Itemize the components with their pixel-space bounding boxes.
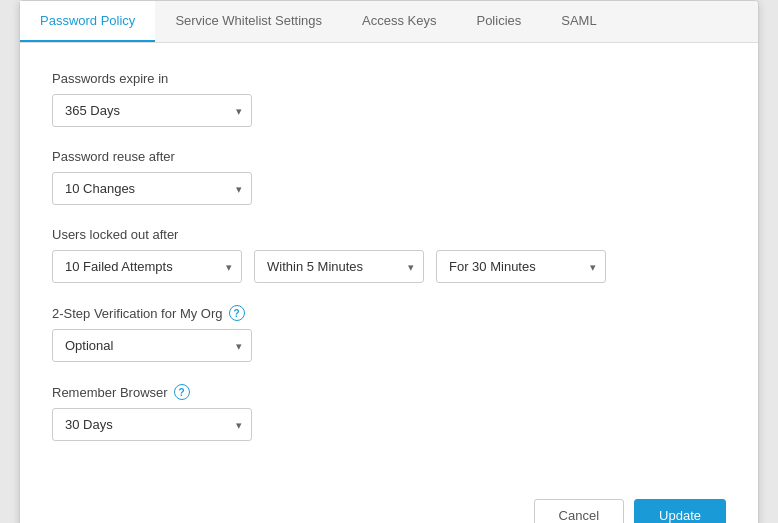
two-step-label: 2-Step Verification for My Org ?: [52, 305, 726, 321]
cancel-button[interactable]: Cancel: [534, 499, 624, 523]
remember-browser-help-icon[interactable]: ?: [174, 384, 190, 400]
two-step-wrapper: Optional Required Disabled ▾: [52, 329, 252, 362]
tab-bar: Password Policy Service Whitelist Settin…: [20, 1, 758, 43]
update-button[interactable]: Update: [634, 499, 726, 523]
remember-browser-label: Remember Browser ?: [52, 384, 726, 400]
password-reuse-select[interactable]: 1 Change 5 Changes 10 Changes 15 Changes…: [52, 172, 252, 205]
passwords-expire-group: Passwords expire in 30 Days 60 Days 90 D…: [52, 71, 726, 127]
lockout-attempts-wrapper: 3 Failed Attempts 5 Failed Attempts 10 F…: [52, 250, 242, 283]
lockout-row: 3 Failed Attempts 5 Failed Attempts 10 F…: [52, 250, 726, 283]
lockout-for-wrapper: For 5 Minutes For 15 Minutes For 30 Minu…: [436, 250, 606, 283]
tab-access-keys[interactable]: Access Keys: [342, 1, 456, 42]
passwords-expire-label: Passwords expire in: [52, 71, 726, 86]
lockout-for-select[interactable]: For 5 Minutes For 15 Minutes For 30 Minu…: [436, 250, 606, 283]
tab-policies[interactable]: Policies: [456, 1, 541, 42]
password-reuse-label: Password reuse after: [52, 149, 726, 164]
remember-browser-select[interactable]: 7 Days 14 Days 30 Days 60 Days 90 Days N…: [52, 408, 252, 441]
password-reuse-wrapper: 1 Change 5 Changes 10 Changes 15 Changes…: [52, 172, 252, 205]
tab-password-policy[interactable]: Password Policy: [20, 1, 155, 42]
remember-browser-group: Remember Browser ? 7 Days 14 Days 30 Day…: [52, 384, 726, 441]
footer: Cancel Update: [20, 483, 758, 523]
passwords-expire-wrapper: 30 Days 60 Days 90 Days 180 Days 365 Day…: [52, 94, 252, 127]
passwords-expire-select[interactable]: 30 Days 60 Days 90 Days 180 Days 365 Day…: [52, 94, 252, 127]
modal: Password Policy Service Whitelist Settin…: [19, 0, 759, 523]
two-step-select[interactable]: Optional Required Disabled: [52, 329, 252, 362]
lockout-attempts-select[interactable]: 3 Failed Attempts 5 Failed Attempts 10 F…: [52, 250, 242, 283]
two-step-group: 2-Step Verification for My Org ? Optiona…: [52, 305, 726, 362]
lockout-group: Users locked out after 3 Failed Attempts…: [52, 227, 726, 283]
tab-service-whitelist[interactable]: Service Whitelist Settings: [155, 1, 342, 42]
password-reuse-group: Password reuse after 1 Change 5 Changes …: [52, 149, 726, 205]
tab-saml[interactable]: SAML: [541, 1, 616, 42]
lockout-label: Users locked out after: [52, 227, 726, 242]
lockout-within-wrapper: Within 1 Minute Within 5 Minutes Within …: [254, 250, 424, 283]
two-step-help-icon[interactable]: ?: [229, 305, 245, 321]
content-area: Passwords expire in 30 Days 60 Days 90 D…: [20, 43, 758, 483]
lockout-within-select[interactable]: Within 1 Minute Within 5 Minutes Within …: [254, 250, 424, 283]
remember-browser-wrapper: 7 Days 14 Days 30 Days 60 Days 90 Days N…: [52, 408, 252, 441]
